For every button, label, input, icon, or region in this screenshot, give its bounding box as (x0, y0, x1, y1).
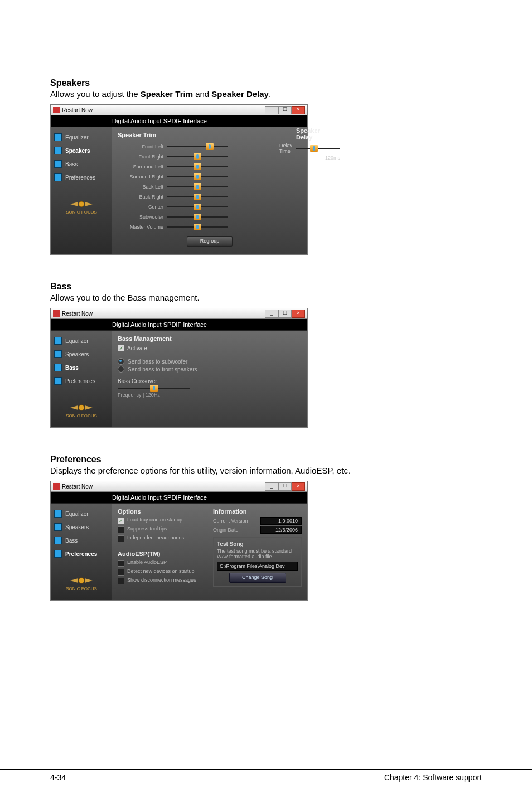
minimize-button[interactable]: _ (265, 106, 278, 114)
sidebar: Equalizer Speakers Bass Preferences SONI… (51, 331, 112, 427)
app-icon (53, 483, 60, 490)
tab-equalizer[interactable]: Equalizer (54, 335, 112, 346)
bass-heading: Bass Management (118, 335, 302, 342)
trim-label: Master Volume (118, 224, 167, 230)
test-song-box: Test Song The test song must be a standa… (213, 537, 302, 587)
trim-row: Surround Right (118, 172, 302, 182)
window-controls: _ ☐ × (265, 310, 305, 318)
tab-label: Preferences (65, 378, 95, 384)
tab-bass[interactable]: Bass (54, 362, 112, 373)
activate-checkbox[interactable]: ✓Activate (118, 345, 302, 351)
trim-slider[interactable] (167, 204, 228, 210)
tab-speakers[interactable]: Speakers (54, 521, 112, 533)
minimize-button[interactable]: _ (265, 482, 278, 491)
version-row: Current Version1.0.0010 (213, 517, 302, 525)
tab-speakers[interactable]: Speakers (54, 145, 112, 156)
esp-detect-checkbox[interactable]: Detect new devices on startup (118, 568, 206, 576)
svg-point-2 (79, 578, 84, 583)
trim-slider[interactable] (167, 174, 228, 180)
tab-bass[interactable]: Bass (54, 158, 112, 170)
tab-label: Equalizer (65, 134, 89, 141)
tab-speakers[interactable]: Speakers (54, 349, 112, 360)
device-banner: Digital Audio Input SPDIF Interface (51, 492, 307, 504)
window-controls: _ ☐ × (265, 482, 305, 491)
radio-subwoofer[interactable]: Send bass to subwoofer (118, 358, 302, 365)
test-path: C:\Program Files\Analog Dev (217, 562, 298, 571)
logo-text: SONIC FOCUS (66, 413, 97, 418)
crossover-slider[interactable] (118, 385, 190, 391)
options-heading: Options (118, 508, 206, 515)
tab-label: Preferences (65, 175, 95, 181)
radio-front[interactable]: Send bass to front speakers (118, 366, 302, 373)
tab-label: Speakers (65, 148, 90, 154)
trim-slider[interactable] (167, 154, 228, 160)
options-column: Options Load tray icon on startup Suppre… (118, 508, 206, 587)
checkbox-label: Show disconnection messages (127, 577, 196, 583)
close-button[interactable]: × (292, 482, 305, 491)
trim-slider[interactable] (167, 164, 228, 170)
device-banner: Digital Audio Input SPDIF Interface (51, 115, 307, 127)
svg-point-1 (79, 405, 84, 410)
txt-bold: Speaker Trim (141, 89, 193, 99)
sidebar: Equalizer Speakers Bass Preferences SONI… (51, 127, 112, 254)
heading-speakers: Speakers (50, 78, 482, 88)
logo-text: SONIC FOCUS (66, 210, 97, 215)
banner-text: Digital Audio Input SPDIF Interface (112, 118, 207, 124)
trim-row: Front Left (118, 142, 302, 152)
titlebar: Restart Now _ ☐ × (51, 105, 307, 115)
brand-logo: SONIC FOCUS (66, 576, 97, 591)
maximize-button[interactable]: ☐ (278, 106, 292, 114)
desc-speakers: Allows you to adjust the Speaker Trim an… (50, 89, 482, 99)
trim-slider[interactable] (167, 224, 228, 230)
trim-slider[interactable] (167, 214, 228, 220)
brand-logo: SONIC FOCUS (66, 403, 97, 418)
esp-show-checkbox[interactable]: Show disconnection messages (118, 577, 206, 584)
tab-label: Equalizer (65, 338, 89, 344)
trim-slider[interactable] (167, 184, 228, 190)
page-number: 4-34 (50, 773, 66, 782)
window-title: Restart Now (62, 484, 93, 490)
info-key: Origin Date (213, 527, 260, 533)
window-title: Restart Now (62, 311, 93, 317)
checkbox-label: Activate (127, 345, 147, 351)
change-song-button[interactable]: Change Song (229, 573, 286, 583)
section-speakers: Speakers Allows you to adjust the Speake… (50, 78, 482, 255)
trim-row: Master Volume (118, 222, 302, 232)
maximize-button[interactable]: ☐ (278, 482, 292, 491)
tab-equalizer[interactable]: Equalizer (54, 508, 112, 519)
tab-preferences[interactable]: Preferences (54, 172, 112, 183)
trim-slider[interactable] (167, 194, 228, 200)
desc-bass: Allows you to do the Bass management. (50, 293, 482, 302)
opt-tray-checkbox[interactable]: Load tray icon on startup (118, 517, 206, 524)
tab-label: Bass (65, 538, 78, 544)
trim-row: Center (118, 202, 302, 212)
minimize-button[interactable]: _ (265, 310, 278, 318)
trim-row: Front Right (118, 152, 302, 162)
txt: . (269, 89, 271, 99)
audioesp-heading: AudioESP(TM) (118, 550, 206, 557)
opt-indep-checkbox[interactable]: Independent headphones (118, 535, 206, 542)
close-button[interactable]: × (292, 106, 305, 114)
screenshot-speakers: Restart Now _ ☐ × Digital Audio Input SP… (50, 104, 308, 255)
screenshot-preferences: Restart Now _ ☐ × Digital Audio Input SP… (50, 481, 308, 601)
txt-bold: Speaker Delay (211, 89, 269, 99)
trim-label: Subwoofer (118, 214, 167, 220)
trim-row: Subwoofer (118, 212, 302, 222)
trim-label: Front Right (118, 154, 167, 160)
audioesp-group: AudioESP(TM) Enable AudioESP Detect new … (118, 547, 206, 584)
close-button[interactable]: × (292, 310, 305, 318)
info-value: 12/6/2006 (260, 526, 302, 534)
regroup-button[interactable]: Regroup (187, 236, 233, 247)
trim-slider[interactable] (167, 144, 228, 149)
esp-enable-checkbox[interactable]: Enable AudioESP (118, 559, 206, 567)
brand-logo: SONIC FOCUS (66, 200, 97, 215)
delay-slider[interactable] (296, 146, 340, 151)
delay-value: 120ms (279, 155, 340, 161)
tab-preferences[interactable]: Preferences (54, 548, 112, 559)
tab-preferences[interactable]: Preferences (54, 375, 112, 386)
maximize-button[interactable]: ☐ (278, 310, 292, 318)
opt-suppress-checkbox[interactable]: Suppress tool tips (118, 526, 206, 533)
tab-bass[interactable]: Bass (54, 535, 112, 546)
delay-heading: Speaker Delay (296, 127, 320, 141)
tab-equalizer[interactable]: Equalizer (54, 132, 112, 143)
